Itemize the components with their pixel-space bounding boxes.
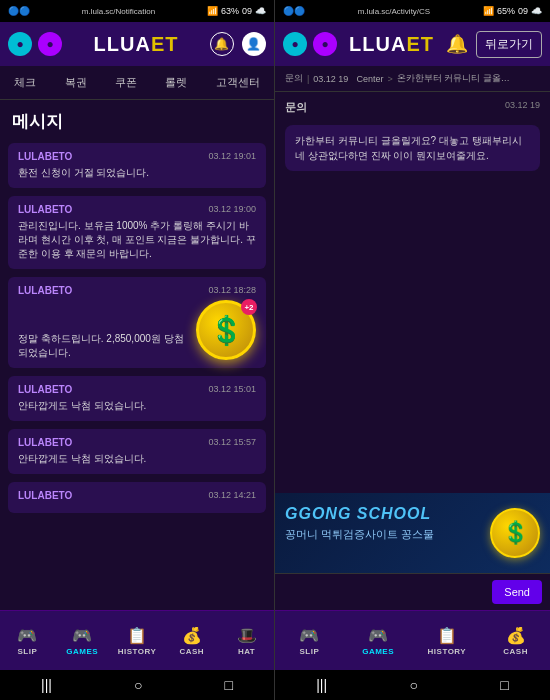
right-slip-label: SLIP bbox=[299, 647, 319, 656]
message-time-2: 03.12 19:00 bbox=[208, 204, 256, 215]
left-nav-hat[interactable]: 🎩 HAT bbox=[227, 626, 267, 656]
right-circle-icon-2: ● bbox=[313, 32, 337, 56]
left-system-nav: ||| ○ □ bbox=[0, 670, 274, 700]
breadcrumb-center: Center bbox=[356, 74, 383, 84]
promo-banner: GGONG SCHOOL 꽁머니 먹튀검증사이트 꽁스물 💲 bbox=[275, 493, 550, 573]
chat-bubble-1: 카한부터 커뮤니티 글올릴게요? 대놓고 탱패부리시네 상관없다하면 진짜 이이… bbox=[285, 125, 540, 171]
nav-check[interactable]: 체크 bbox=[8, 71, 42, 94]
left-logo: LLUAET bbox=[94, 33, 179, 56]
logo-main: LLUA bbox=[94, 33, 151, 55]
breadcrumb-inquiry: 문의 bbox=[285, 72, 303, 85]
right-battery-text: 65% bbox=[497, 6, 515, 16]
message-header-2: LULABETO 03.12 19:00 bbox=[18, 204, 256, 215]
inquiry-title: 문의 bbox=[285, 100, 307, 115]
games-label: GAMES bbox=[66, 647, 98, 656]
message-item-5[interactable]: LULABETO 03.12 15:57 안타깝게도 낙첨 되었습니다. bbox=[8, 429, 266, 474]
breadcrumb-trail: 온카한부터 커뮤니티 글올릴게요? … bbox=[397, 72, 517, 85]
send-area: Send bbox=[275, 573, 550, 610]
left-circle-icon-2: ● bbox=[38, 32, 62, 56]
right-recents-gesture[interactable]: □ bbox=[500, 677, 508, 693]
right-logo-main: LLUA bbox=[349, 33, 406, 55]
right-status-bar: 🔵🔵 m.lula.sc/Activity/CS 📶 65% 09 ☁️ bbox=[275, 0, 550, 22]
left-time: 09 bbox=[242, 6, 252, 16]
page-title: 메시지 bbox=[0, 100, 274, 139]
left-status-icons: 🔵🔵 bbox=[8, 6, 30, 16]
message-sender-5: LULABETO bbox=[18, 437, 72, 448]
cash-label: CASH bbox=[179, 647, 204, 656]
nav-lottery[interactable]: 복권 bbox=[59, 71, 93, 94]
logo-bet: ET bbox=[151, 33, 179, 55]
left-nav-games[interactable]: 🎮 GAMES bbox=[62, 626, 102, 656]
message-time-4: 03.12 15:01 bbox=[208, 384, 256, 395]
message-item-4[interactable]: LULABETO 03.12 15:01 안타깝게도 낙첨 되었습니다. bbox=[8, 376, 266, 421]
right-nav-games[interactable]: 🎮 GAMES bbox=[358, 626, 398, 656]
breadcrumb-sep-1: | bbox=[307, 74, 309, 84]
left-signal-icon: 📶 bbox=[207, 6, 218, 16]
right-slip-icon: 🎮 bbox=[299, 626, 319, 645]
right-games-label: GAMES bbox=[362, 647, 394, 656]
right-nav-slip[interactable]: 🎮 SLIP bbox=[289, 626, 329, 656]
right-bell-icon[interactable]: 🔔 bbox=[446, 33, 468, 55]
left-nav-slip[interactable]: 🎮 SLIP bbox=[7, 626, 47, 656]
message-body-4: 안타깝게도 낙첨 되었습니다. bbox=[18, 399, 256, 413]
message-item-6[interactable]: LULABETO 03.12 14:21 bbox=[8, 482, 266, 513]
message-header-4: LULABETO 03.12 15:01 bbox=[18, 384, 256, 395]
message-item-3[interactable]: LULABETO 03.12 18:28 정말 축하드립니다. 2,850,00… bbox=[8, 277, 266, 368]
left-nav-history[interactable]: 📋 HISTORY bbox=[117, 626, 157, 656]
left-battery-text: 63% bbox=[221, 6, 239, 16]
right-logo-bet: ET bbox=[406, 33, 434, 55]
message-time-1: 03.12 19:01 bbox=[208, 151, 256, 162]
message-time-3: 03.12 18:28 bbox=[208, 285, 256, 296]
message-time-6: 03.12 14:21 bbox=[208, 490, 256, 501]
left-header: ● ● LLUAET 🔔 👤 bbox=[0, 22, 274, 66]
left-circle-icon-1: ● bbox=[8, 32, 32, 56]
breadcrumb-arrow: > bbox=[387, 74, 392, 84]
right-network-icon: 🔵🔵 bbox=[283, 6, 305, 16]
promo-title: GGONG SCHOOL bbox=[285, 505, 431, 523]
left-bell-icon[interactable]: 🔔 bbox=[210, 32, 234, 56]
right-bottom-nav: 🎮 SLIP 🎮 GAMES 📋 HISTORY 💰 CaSH bbox=[275, 610, 550, 670]
right-nav-history[interactable]: 📋 HISTORY bbox=[427, 626, 467, 656]
message-item-1[interactable]: LULABETO 03.12 19:01 환전 신청이 거절 되었습니다. bbox=[8, 143, 266, 188]
right-system-nav: ||| ○ □ bbox=[275, 670, 550, 700]
nav-coupon[interactable]: 쿠폰 bbox=[109, 71, 143, 94]
breadcrumb-date: 03.12 19 bbox=[313, 74, 348, 84]
left-bottom-nav: 🎮 SLIP 🎮 GAMES 📋 HISTORY 💰 CASH 🎩 HAT bbox=[0, 610, 274, 670]
right-logo: LLUAET bbox=[349, 33, 434, 56]
right-circle-icon-1: ● bbox=[283, 32, 307, 56]
left-network-icon: 🔵🔵 bbox=[8, 6, 30, 16]
coin-icon: 💲 +2 bbox=[196, 300, 256, 360]
right-nav-cash[interactable]: 💰 CaSH bbox=[496, 626, 536, 656]
send-button[interactable]: Send bbox=[492, 580, 542, 604]
right-url-bar: m.lula.sc/Activity/CS bbox=[358, 7, 430, 16]
left-url-bar: m.lula.sc/Notification bbox=[82, 7, 155, 16]
history-icon: 📋 bbox=[127, 626, 147, 645]
right-back-gesture[interactable]: ||| bbox=[316, 677, 327, 693]
coin-image: 💲 +2 bbox=[196, 300, 256, 360]
chat-area: 카한부터 커뮤니티 글올릴게요? 대놓고 탱패부리시네 상관없다하면 진짜 이이… bbox=[275, 119, 550, 493]
inquiry-header: 문의 03.12 19 bbox=[275, 92, 550, 119]
promo-coin-icon: 💲 bbox=[490, 508, 540, 558]
right-history-icon: 📋 bbox=[437, 626, 457, 645]
left-status-bar: 🔵🔵 m.lula.sc/Notification 📶 63% 09 ☁️ bbox=[0, 0, 274, 22]
back-button[interactable]: 뒤로가기 bbox=[476, 31, 542, 58]
left-home-gesture[interactable]: ○ bbox=[134, 677, 142, 693]
nav-roulette[interactable]: 롤렛 bbox=[159, 71, 193, 94]
right-games-icon: 🎮 bbox=[368, 626, 388, 645]
left-cloud-icon: ☁️ bbox=[255, 6, 266, 16]
right-header: ● ● LLUAET 🔔 뒤로가기 bbox=[275, 22, 550, 66]
left-user-icon[interactable]: 👤 bbox=[242, 32, 266, 56]
message-header-1: LULABETO 03.12 19:01 bbox=[18, 151, 256, 162]
message-sender-2: LULABETO bbox=[18, 204, 72, 215]
left-status-right: 📶 63% 09 ☁️ bbox=[207, 6, 266, 16]
left-back-gesture[interactable]: ||| bbox=[41, 677, 52, 693]
message-body-3: 정말 축하드립니다. 2,850,000원 당첨 되었습니다. bbox=[18, 332, 188, 360]
hat-icon: 🎩 bbox=[237, 626, 257, 645]
coin-badge: +2 bbox=[241, 299, 257, 315]
right-home-gesture[interactable]: ○ bbox=[409, 677, 417, 693]
message-header-5: LULABETO 03.12 15:57 bbox=[18, 437, 256, 448]
nav-customer[interactable]: 고객센터 bbox=[210, 71, 266, 94]
message-item-2[interactable]: LULABETO 03.12 19:00 관리진입니다. 보유금 1000% 추… bbox=[8, 196, 266, 269]
left-recents-gesture[interactable]: □ bbox=[225, 677, 233, 693]
left-nav-cash[interactable]: 💰 CASH bbox=[172, 626, 212, 656]
